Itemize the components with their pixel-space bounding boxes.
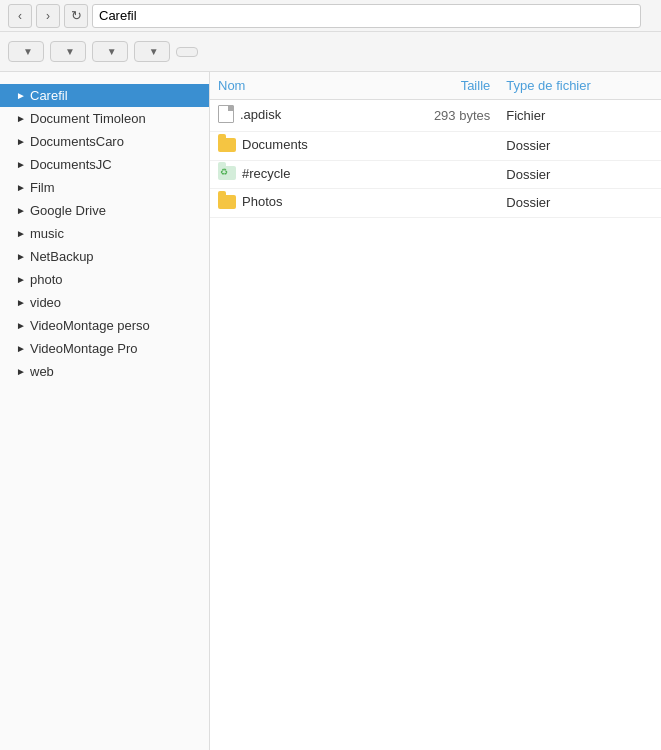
chevron-icon: ►	[16, 182, 26, 193]
chevron-icon: ►	[16, 205, 26, 216]
sidebar-item-film[interactable]: ► Film	[0, 176, 209, 199]
cell-name: .apdisk	[210, 100, 381, 132]
folder-icon	[218, 138, 236, 152]
sidebar-item-label: VideoMontage perso	[30, 318, 150, 333]
cell-type: Dossier	[498, 189, 661, 218]
table-row[interactable]: Photos Dossier	[210, 189, 661, 218]
cell-size: 293 bytes	[381, 100, 498, 132]
sidebar-item-videomontage-pro[interactable]: ► VideoMontage Pro	[0, 337, 209, 360]
sidebar-items: ► Carefil► Document Timoleon► DocumentsC…	[0, 84, 209, 383]
chevron-icon: ►	[16, 297, 26, 308]
file-icon-wrapper: Documents	[218, 137, 308, 152]
cell-type: Dossier	[498, 132, 661, 161]
sidebar-item-netbackup[interactable]: ► NetBackup	[0, 245, 209, 268]
chevron-icon: ►	[16, 251, 26, 262]
sidebar-item-video[interactable]: ► video	[0, 291, 209, 314]
col-nom[interactable]: Nom	[210, 72, 381, 100]
back-button[interactable]: ‹	[8, 4, 32, 28]
table-header-row: Nom Taille Type de fichier	[210, 72, 661, 100]
file-name: #recycle	[242, 166, 290, 181]
sidebar-item-label: video	[30, 295, 61, 310]
toolbar: ▼ ▼ ▼ ▼	[0, 32, 661, 72]
cell-size	[381, 132, 498, 161]
sidebar-item-label: Google Drive	[30, 203, 106, 218]
file-icon-wrapper: .apdisk	[218, 105, 281, 123]
sidebar-item-documentscaro[interactable]: ► DocumentsCaro	[0, 130, 209, 153]
outils-arrow-icon: ▼	[149, 46, 159, 57]
sidebar-item-videomontage-perso[interactable]: ► VideoMontage perso	[0, 314, 209, 337]
sidebar-item-label: NetBackup	[30, 249, 94, 264]
chevron-icon: ►	[16, 136, 26, 147]
cell-name: Photos	[210, 189, 381, 218]
table-row[interactable]: ♻ #recycle Dossier	[210, 160, 661, 189]
chevron-icon: ►	[16, 274, 26, 285]
forward-button[interactable]: ›	[36, 4, 60, 28]
sidebar-item-label: music	[30, 226, 64, 241]
outils-button[interactable]: ▼	[134, 41, 170, 62]
col-taille[interactable]: Taille	[381, 72, 498, 100]
sidebar-item-label: DocumentsJC	[30, 157, 112, 172]
cell-name: ♻ #recycle	[210, 160, 381, 189]
parametres-button[interactable]	[176, 47, 198, 57]
creer-arrow-icon: ▼	[65, 46, 75, 57]
chevron-icon: ►	[16, 113, 26, 124]
sidebar-root-label	[0, 76, 209, 84]
creer-button[interactable]: ▼	[50, 41, 86, 62]
refresh-button[interactable]: ↻	[64, 4, 88, 28]
action-arrow-icon: ▼	[107, 46, 117, 57]
sidebar-item-label: Carefil	[30, 88, 68, 103]
chevron-icon: ►	[16, 320, 26, 331]
cell-type: Fichier	[498, 100, 661, 132]
file-icon-wrapper: Photos	[218, 194, 282, 209]
cell-size	[381, 189, 498, 218]
chevron-icon: ►	[16, 90, 26, 101]
col-type[interactable]: Type de fichier	[498, 72, 661, 100]
sidebar-item-label: Document Timoleon	[30, 111, 146, 126]
sidebar-item-label: VideoMontage Pro	[30, 341, 137, 356]
sidebar-item-carefil[interactable]: ► Carefil	[0, 84, 209, 107]
file-icon	[218, 105, 234, 123]
file-name: Documents	[242, 137, 308, 152]
cell-name: Documents	[210, 132, 381, 161]
chevron-icon: ►	[16, 228, 26, 239]
main-content: ► Carefil► Document Timoleon► DocumentsC…	[0, 72, 661, 750]
file-name: Photos	[242, 194, 282, 209]
sidebar-item-google-drive[interactable]: ► Google Drive	[0, 199, 209, 222]
charger-button[interactable]: ▼	[8, 41, 44, 62]
sidebar-item-photo[interactable]: ► photo	[0, 268, 209, 291]
charger-arrow-icon: ▼	[23, 46, 33, 57]
recycle-icon: ♻	[218, 166, 236, 180]
cell-type: Dossier	[498, 160, 661, 189]
sidebar-item-document-timoleon[interactable]: ► Document Timoleon	[0, 107, 209, 130]
folder-icon	[218, 195, 236, 209]
path-input[interactable]	[92, 4, 641, 28]
sidebar-item-label: web	[30, 364, 54, 379]
sidebar-item-label: DocumentsCaro	[30, 134, 124, 149]
file-name: .apdisk	[240, 107, 281, 122]
table-row[interactable]: Documents Dossier	[210, 132, 661, 161]
file-tbody: .apdisk 293 bytes Fichier Documents Doss…	[210, 100, 661, 218]
top-bar: ‹ › ↻	[0, 0, 661, 32]
sidebar: ► Carefil► Document Timoleon► DocumentsC…	[0, 72, 210, 750]
file-icon-wrapper: ♻ #recycle	[218, 166, 290, 181]
file-table: Nom Taille Type de fichier .apdisk 293 b…	[210, 72, 661, 218]
action-button[interactable]: ▼	[92, 41, 128, 62]
sidebar-item-music[interactable]: ► music	[0, 222, 209, 245]
sidebar-item-web[interactable]: ► web	[0, 360, 209, 383]
chevron-icon: ►	[16, 159, 26, 170]
chevron-icon: ►	[16, 343, 26, 354]
cell-size	[381, 160, 498, 189]
sidebar-item-documentsjc[interactable]: ► DocumentsJC	[0, 153, 209, 176]
chevron-icon: ►	[16, 366, 26, 377]
file-area: Nom Taille Type de fichier .apdisk 293 b…	[210, 72, 661, 750]
table-row[interactable]: .apdisk 293 bytes Fichier	[210, 100, 661, 132]
sidebar-item-label: photo	[30, 272, 63, 287]
sidebar-item-label: Film	[30, 180, 55, 195]
